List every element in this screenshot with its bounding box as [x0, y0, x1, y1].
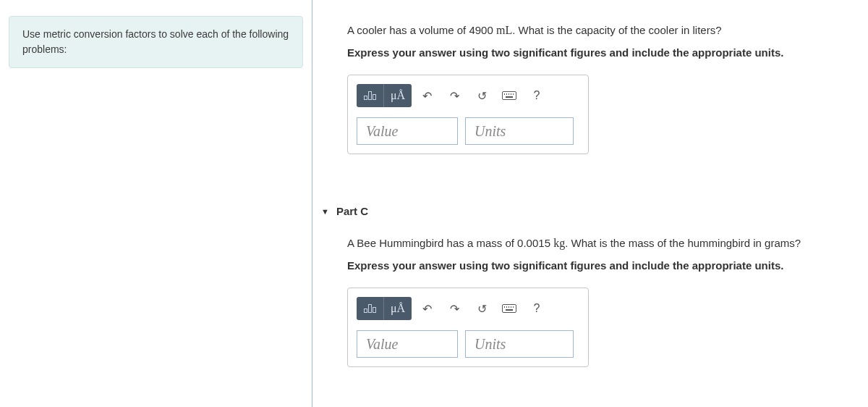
q-unit: mL: [496, 24, 512, 36]
mu-a-icon: μÅ: [391, 302, 405, 315]
answer-box: μÅ ↶ ↷ ↺ ?: [347, 288, 589, 367]
templates-button[interactable]: [357, 84, 384, 107]
q-unit: kg: [553, 237, 565, 249]
q-suffix: . What is the capacity of the cooler in …: [512, 24, 721, 36]
right-column: A cooler has a volume of 4900 mL. What i…: [312, 0, 868, 407]
answer-instruction: Express your answer using two significan…: [347, 46, 854, 59]
templates-button[interactable]: [357, 297, 384, 320]
undo-button[interactable]: ↶: [414, 84, 439, 107]
reset-button[interactable]: ↺: [469, 84, 494, 107]
q-prefix: A cooler has a volume of 4900: [347, 24, 496, 36]
help-icon: ?: [534, 302, 540, 315]
keyboard-button[interactable]: [497, 297, 522, 320]
answer-box: μÅ ↶ ↷ ↺ ?: [347, 75, 589, 154]
reset-button[interactable]: ↺: [469, 297, 494, 320]
part-c-header: ▼ Part C: [321, 205, 854, 217]
part-b-block: A cooler has a volume of 4900 mL. What i…: [347, 22, 854, 154]
undo-button[interactable]: ↶: [414, 297, 439, 320]
question-text: A cooler has a volume of 4900 mL. What i…: [347, 22, 854, 39]
help-icon: ?: [534, 89, 540, 102]
redo-icon: ↷: [450, 89, 459, 103]
units-input[interactable]: Units: [465, 330, 574, 358]
units-input[interactable]: Units: [465, 117, 574, 145]
left-column: Use metric conversion factors to solve e…: [0, 0, 312, 407]
symbols-button[interactable]: μÅ: [384, 84, 412, 107]
templates-icon: [364, 91, 376, 100]
symbols-button[interactable]: μÅ: [384, 297, 412, 320]
input-row: Value Units: [357, 117, 579, 145]
keyboard-button[interactable]: [497, 84, 522, 107]
part-c-block: A Bee Hummingbird has a mass of 0.0015 k…: [347, 235, 854, 367]
q-suffix: . What is the mass of the hummingbird in…: [565, 237, 801, 249]
undo-icon: ↶: [422, 89, 432, 103]
reset-icon: ↺: [477, 302, 487, 316]
part-title: Part C: [336, 205, 368, 217]
toolbar: μÅ ↶ ↷ ↺ ?: [357, 84, 579, 107]
redo-icon: ↷: [450, 302, 459, 316]
redo-button[interactable]: ↷: [442, 84, 467, 107]
keyboard-icon: [502, 304, 516, 313]
question-text: A Bee Hummingbird has a mass of 0.0015 k…: [347, 235, 854, 252]
mu-a-icon: μÅ: [391, 89, 405, 102]
redo-button[interactable]: ↷: [442, 297, 467, 320]
templates-icon: [364, 304, 376, 313]
instruction-box: Use metric conversion factors to solve e…: [9, 16, 303, 68]
value-input[interactable]: Value: [357, 330, 458, 358]
units-placeholder: Units: [475, 336, 506, 353]
tool-group: μÅ: [357, 84, 412, 107]
instruction-text: Use metric conversion factors to solve e…: [22, 28, 289, 55]
undo-icon: ↶: [422, 302, 432, 316]
reset-icon: ↺: [477, 89, 487, 103]
tool-group: μÅ: [357, 297, 412, 320]
collapse-toggle[interactable]: ▼: [321, 207, 329, 216]
q-prefix: A Bee Hummingbird has a mass of 0.0015: [347, 237, 553, 249]
input-row: Value Units: [357, 330, 579, 358]
units-placeholder: Units: [475, 123, 506, 140]
value-placeholder: Value: [366, 336, 398, 353]
help-button[interactable]: ?: [524, 84, 549, 107]
help-button[interactable]: ?: [524, 297, 549, 320]
answer-instruction: Express your answer using two significan…: [347, 259, 854, 272]
value-input[interactable]: Value: [357, 117, 458, 145]
toolbar: μÅ ↶ ↷ ↺ ?: [357, 297, 579, 320]
keyboard-icon: [502, 91, 516, 100]
value-placeholder: Value: [366, 123, 398, 140]
